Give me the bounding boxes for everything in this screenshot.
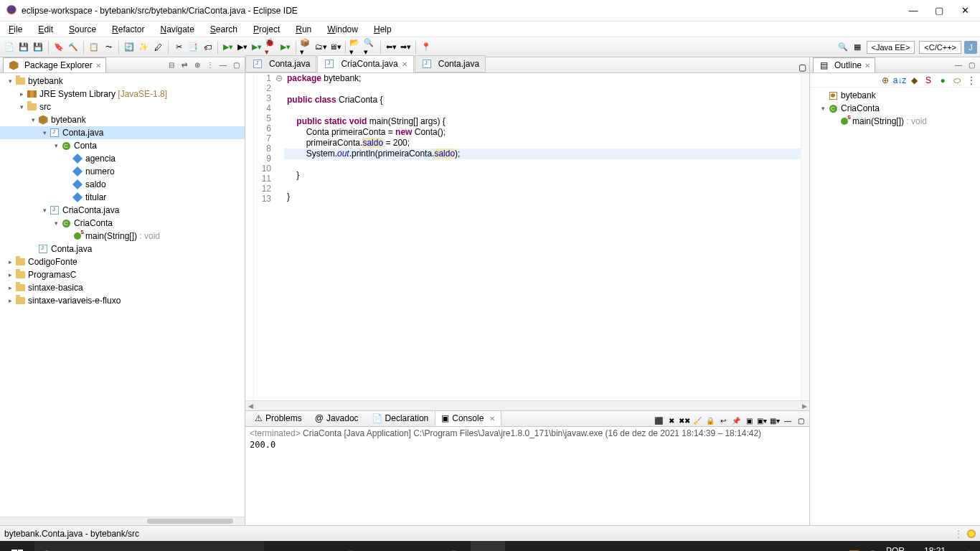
- expand-toggle[interactable]: ▾: [819, 105, 827, 112]
- link-editor-button[interactable]: ⇄: [179, 60, 190, 71]
- toggle-mark-button[interactable]: 🔖: [52, 41, 65, 54]
- view-menu-button[interactable]: ⋮: [204, 60, 216, 71]
- save-button[interactable]: 💾: [17, 41, 30, 54]
- tree-row[interactable]: ▸sintaxe-variaveis-e-fluxo: [0, 294, 245, 307]
- new-server-button[interactable]: 🖥▾: [329, 41, 341, 54]
- coverage-button[interactable]: ▶▾: [236, 41, 249, 54]
- edge-app[interactable]: 🌐: [436, 541, 471, 551]
- maximize-button[interactable]: ▢: [934, 5, 944, 16]
- expand-toggle[interactable]: ▸: [6, 297, 14, 304]
- store-app[interactable]: 🛍: [402, 541, 436, 551]
- skip-breakpoints-button[interactable]: ⤳: [102, 41, 115, 54]
- clear-console-button[interactable]: 🧹: [692, 415, 703, 426]
- menu-source[interactable]: Source: [65, 23, 100, 36]
- expand-toggle[interactable]: ▾: [52, 142, 60, 149]
- new-class-button[interactable]: 🗂▾: [314, 41, 327, 54]
- tree-row[interactable]: numero: [0, 165, 245, 178]
- maximize-editor-button[interactable]: ▢: [798, 62, 806, 72]
- menu-navigate[interactable]: Navigate: [156, 23, 198, 36]
- tree-row[interactable]: titular: [0, 191, 245, 204]
- menu-search[interactable]: Search: [206, 23, 242, 36]
- pin-console-button[interactable]: 📌: [730, 415, 742, 426]
- tree-row[interactable]: main(String[]) : void: [0, 230, 245, 242]
- expand-toggle[interactable]: ▾: [6, 77, 14, 85]
- tree-row[interactable]: ▸JRE System Library [JavaSE-1.8]: [0, 88, 245, 100]
- focus-button[interactable]: ⊕: [192, 60, 203, 71]
- show-console-button[interactable]: ▣: [743, 415, 755, 426]
- tree-row[interactable]: main(String[]) : void: [810, 115, 980, 128]
- tree-row[interactable]: ▾CCriaConta: [0, 217, 245, 230]
- code-area[interactable]: package bytebank;public class CriaConta …: [284, 73, 801, 400]
- taskbar-search[interactable]: 🔍 Digite aqui para pesquisar: [34, 541, 264, 551]
- view-menu-button[interactable]: ⋮: [966, 75, 977, 86]
- expand-toggle[interactable]: ▾: [40, 129, 49, 136]
- eclipse-app[interactable]: ◓: [471, 541, 505, 551]
- language-indicator[interactable]: POR PTB2: [885, 547, 906, 551]
- bottom-tab-problems[interactable]: ⚠Problems: [248, 410, 308, 426]
- toggle-breadcrumb-button[interactable]: 📋: [88, 41, 100, 54]
- menu-run[interactable]: Run: [291, 23, 316, 36]
- refresh-button[interactable]: 🔄: [123, 41, 136, 54]
- minimize-view-button[interactable]: —: [782, 415, 793, 426]
- word-wrap-button[interactable]: ↩: [717, 415, 729, 426]
- tree-row[interactable]: ▾src: [0, 100, 245, 113]
- save-all-button[interactable]: 💾: [32, 41, 44, 54]
- editor-body[interactable]: 12345678910111213 ⊖ package bytebank;pub…: [245, 73, 809, 400]
- tree-row[interactable]: ▸sintaxe-basica: [0, 281, 245, 294]
- start-button[interactable]: [0, 541, 34, 551]
- brush-button[interactable]: 🖊: [151, 41, 164, 54]
- menu-file[interactable]: File: [4, 23, 27, 36]
- horizontal-scrollbar[interactable]: [0, 517, 245, 525]
- tree-row[interactable]: ▸ProgramasC: [0, 268, 245, 281]
- expand-toggle[interactable]: ▸: [6, 271, 14, 278]
- sort-button[interactable]: a↓z: [894, 75, 905, 86]
- outline-tab[interactable]: ▤ Outline ✕: [813, 57, 875, 72]
- cortana-button[interactable]: ◯: [264, 541, 298, 551]
- pin-editor-button[interactable]: 📍: [420, 41, 433, 54]
- back-nav-button[interactable]: ⬅▾: [385, 41, 397, 54]
- editor-tab[interactable]: CriaConta.java✕: [317, 55, 413, 72]
- tree-row[interactable]: ▾Conta.java: [0, 126, 245, 139]
- scroll-left-icon[interactable]: ◀: [245, 402, 255, 410]
- perspective-cpp[interactable]: <C/C++>: [919, 41, 961, 54]
- open-perspective-button[interactable]: ▦: [851, 41, 864, 54]
- tag-button[interactable]: 🏷: [201, 41, 214, 54]
- run-last-button[interactable]: ▶▾: [222, 41, 235, 54]
- chrome-app[interactable]: 🔵: [333, 541, 367, 551]
- open-type-button[interactable]: 📂▾: [349, 41, 362, 54]
- perspective-javaee[interactable]: <Java EE>: [867, 41, 915, 54]
- expand-toggle[interactable]: ▸: [6, 258, 14, 265]
- expand-toggle[interactable]: ▾: [29, 116, 37, 123]
- editor-tab[interactable]: Conta.java: [245, 55, 316, 72]
- menu-window[interactable]: Window: [323, 23, 362, 36]
- remove-launch-button[interactable]: ✖: [666, 415, 677, 426]
- tree-row[interactable]: saldo: [0, 178, 245, 191]
- file-explorer-app[interactable]: 📁: [367, 541, 402, 551]
- new-button[interactable]: 📄: [3, 41, 16, 54]
- remove-all-button[interactable]: ✖✖: [679, 415, 690, 426]
- menu-project[interactable]: Project: [249, 23, 284, 36]
- outline-tree[interactable]: bytebank▾CCriaContamain(String[]) : void: [810, 88, 980, 525]
- clock[interactable]: 18:21 16/12/2021: [913, 547, 956, 551]
- display-selected-button[interactable]: ▦▾: [769, 415, 781, 426]
- focus-active-button[interactable]: ⊕: [880, 75, 891, 86]
- perspective-java[interactable]: J: [964, 41, 977, 54]
- minimize-button[interactable]: —: [908, 5, 918, 16]
- task-view-button[interactable]: ⧉: [298, 541, 333, 551]
- bookmark-button[interactable]: 📑: [187, 41, 199, 54]
- hide-static-button[interactable]: S: [923, 75, 934, 86]
- hide-fields-button[interactable]: ◆: [908, 75, 920, 86]
- collapse-all-button[interactable]: ⊟: [166, 60, 177, 71]
- close-icon[interactable]: ✕: [95, 62, 101, 70]
- hide-nonpublic-button[interactable]: ●: [937, 75, 948, 86]
- quick-access-button[interactable]: 🔍: [837, 41, 849, 54]
- close-icon[interactable]: ✕: [489, 415, 495, 423]
- tree-row[interactable]: agencia: [0, 152, 245, 165]
- console-output[interactable]: 200.0: [245, 440, 809, 525]
- package-explorer-tab[interactable]: Package Explorer ✕: [3, 57, 106, 72]
- folding-gutter[interactable]: ⊖: [275, 73, 284, 400]
- maximize-view-button[interactable]: ▢: [795, 415, 806, 426]
- maximize-view-button[interactable]: ▢: [966, 60, 977, 71]
- close-icon[interactable]: ✕: [402, 60, 407, 68]
- editor-hscroll[interactable]: ◀ ▶: [245, 400, 809, 410]
